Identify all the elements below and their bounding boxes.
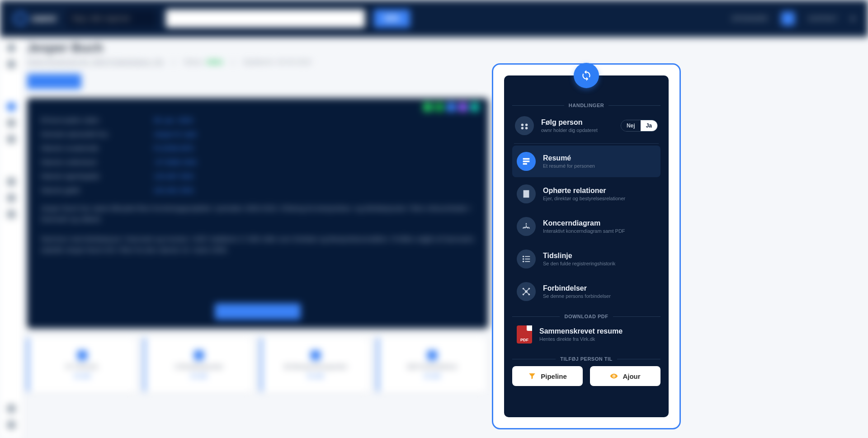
section-header-actions: HANDLINGER xyxy=(512,103,660,108)
svg-point-1 xyxy=(523,258,524,260)
inactive-relations-icon xyxy=(517,184,536,203)
page-subtitle: Dalvej Boulevard 48, 2650 Frederiksberg,… xyxy=(27,58,859,66)
action-title: Koncerndiagram xyxy=(543,219,625,227)
eye-icon xyxy=(610,372,618,380)
group-diagram-icon xyxy=(517,217,536,236)
region-select[interactable]: Søg i alle regioner xyxy=(66,9,157,28)
refresh-icon xyxy=(580,70,592,81)
funnel-icon xyxy=(528,372,536,380)
action-list: Resumé Et resumé for personen Ophørte re… xyxy=(512,146,660,307)
action-sub: Se den fulde registreringshistorik xyxy=(543,261,615,266)
logo-text: ownr xyxy=(32,13,57,24)
info-card: Erhvervsaktiv siden06. jan. 2004Seneste … xyxy=(27,98,488,329)
sidebar-icon[interactable] xyxy=(7,44,15,52)
sidebar-icon[interactable] xyxy=(7,194,15,202)
svg-rect-3 xyxy=(525,256,530,257)
pdf-title: Sammenskrevet resume xyxy=(539,327,623,335)
connections-icon xyxy=(517,282,536,301)
follow-title: Følg person xyxy=(541,118,613,127)
action-item-connections[interactable]: Forbindelser Se denne persons forbindels… xyxy=(512,276,660,307)
action-panel: HANDLINGER Følg person ownr holder dig o… xyxy=(504,75,669,417)
left-sidebar xyxy=(0,37,23,438)
chevron-down-icon[interactable]: ▾ xyxy=(851,15,854,22)
sidebar-icon[interactable] xyxy=(7,135,15,143)
action-sub: Et resumé for personen xyxy=(543,163,595,169)
action-item-inactive-relations[interactable]: Ophørte relationer Ejer, direktør og bes… xyxy=(512,178,660,210)
follow-sub: ownr holder dig opdateret xyxy=(541,127,613,133)
address[interactable]: Dalvej Boulevard 48, 2650 Frederiksberg,… xyxy=(27,58,164,66)
page-content: Jesper Buch Dalvej Boulevard 48, 2650 Fr… xyxy=(27,41,859,392)
action-panel-container: HANDLINGER Følg person ownr holder dig o… xyxy=(492,63,681,429)
action-sub: Interaktivt koncerndiagram samt PDF xyxy=(543,228,625,234)
logo: ownr xyxy=(14,12,57,25)
page-title: Jesper Buch xyxy=(27,41,859,55)
svg-point-0 xyxy=(523,256,524,258)
account-label: KONTAKT xyxy=(808,15,838,22)
search-button[interactable]: SØG xyxy=(374,9,410,28)
avatar[interactable] xyxy=(781,12,795,25)
action-title: Resumé xyxy=(543,154,595,162)
ajour-button[interactable]: Ajour xyxy=(590,366,660,386)
read-more-button[interactable] xyxy=(215,303,301,320)
upgrade-link[interactable]: OPGRADER xyxy=(731,15,768,22)
section-header-addto: TILFØJ PERSON TIL xyxy=(512,356,660,362)
primary-action[interactable] xyxy=(27,74,81,89)
action-item-resume[interactable]: Resumé Et resumé for personen xyxy=(512,146,660,177)
pdf-sub: Hentes direkte fra Virk.dk xyxy=(539,336,623,342)
action-title: Tidslinje xyxy=(543,252,615,260)
section-header-download: DOWNLOAD PDF xyxy=(512,314,660,319)
separator xyxy=(514,143,659,144)
sidebar-icon[interactable] xyxy=(7,421,15,429)
pdf-icon: PDF xyxy=(517,325,532,344)
action-title: Ophørte relationer xyxy=(543,187,625,195)
follow-toggle[interactable]: Nej Ja xyxy=(621,120,658,132)
action-item-group-diagram[interactable]: Koncerndiagram Interaktivt koncerndiagra… xyxy=(512,211,660,242)
pdf-download-item[interactable]: PDF Sammenskrevet resume Hentes direkte … xyxy=(512,319,660,350)
sidebar-icon[interactable] xyxy=(7,60,15,68)
svg-point-2 xyxy=(523,261,524,263)
svg-rect-5 xyxy=(525,261,530,262)
svg-rect-4 xyxy=(525,259,530,259)
search-input[interactable] xyxy=(166,9,365,28)
follow-person-row: Følg person ownr holder dig opdateret Ne… xyxy=(512,108,660,143)
sidebar-icon[interactable] xyxy=(7,210,15,218)
toggle-off[interactable]: Nej xyxy=(621,120,641,131)
action-title: Forbindelser xyxy=(543,284,611,292)
toggle-on[interactable]: Ja xyxy=(641,120,657,131)
binoculars-icon xyxy=(515,116,534,135)
action-sub: Se denne persons forbindelser xyxy=(543,293,611,299)
timeline-icon xyxy=(517,250,536,268)
action-item-timeline[interactable]: Tidslinje Se den fulde registreringshist… xyxy=(512,243,660,275)
top-bar: ownr Søg i alle regioner SØG OPGRADER KO… xyxy=(0,0,868,37)
blurred-background: ownr Søg i alle regioner SØG OPGRADER KO… xyxy=(0,0,868,438)
sidebar-icon[interactable] xyxy=(7,119,15,127)
logo-icon xyxy=(14,12,27,25)
action-sub: Ejer, direktør og bestyrelsesrelationer xyxy=(543,196,625,201)
sidebar-icon[interactable] xyxy=(7,103,15,111)
panel-logo-badge xyxy=(574,63,599,88)
pipeline-button[interactable]: Pipeline xyxy=(512,366,583,386)
resume-icon xyxy=(517,152,536,171)
sidebar-icon[interactable] xyxy=(7,178,15,186)
sidebar-icon[interactable] xyxy=(7,405,15,413)
